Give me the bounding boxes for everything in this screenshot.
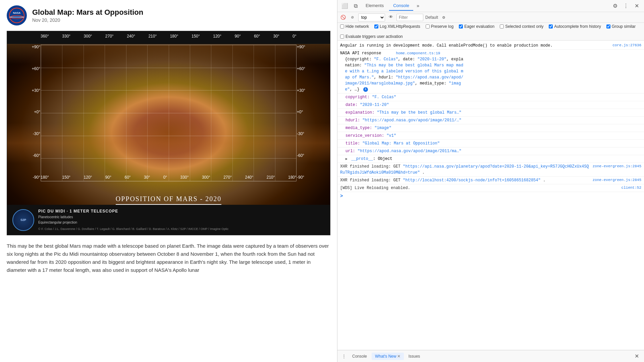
console-xhr-2: XHR finished loading: GET "http://localh… [337, 177, 644, 184]
eager-eval-input[interactable] [459, 24, 463, 28]
projection-type: Equirectangular projection [38, 220, 228, 225]
bottom-tab-whats-new[interactable]: What's New ✕ [372, 353, 404, 360]
article-title: Global Map: Mars at Opposition [32, 8, 143, 17]
responsive-design-btn[interactable]: ⧉ [351, 1, 360, 11]
angular-source-link[interactable]: core.js:27636 [612, 43, 641, 48]
tab-elements[interactable]: Elements [362, 1, 388, 11]
bottom-tab-issues[interactable]: Issues [405, 353, 424, 360]
log-xmlhttp-checkbox[interactable]: Log XMLHttpRequests [374, 24, 420, 29]
console-filter-input[interactable] [396, 14, 423, 21]
devtools-panel: ⬜ ⧉ Elements Console » ⚙ ⋮ ✕ 🚫 ⊘ top 👁 D… [337, 0, 644, 362]
pause-btn[interactable]: ⊘ [349, 14, 356, 21]
console-property-hdurl: hdurl: "https://apod.nasa.gov/apod/image… [337, 117, 644, 124]
filter-settings-btn[interactable]: ⚙ [440, 14, 447, 21]
tab-console[interactable]: Console [389, 1, 413, 11]
console-settings-row: Hide network Log XMLHttpRequests Preserv… [337, 23, 644, 41]
close-bottom-panel-btn[interactable]: ✕ [632, 352, 641, 361]
wds-source-link[interactable]: client:52 [622, 185, 641, 191]
preserve-log-checkbox[interactable]: Preserve log [426, 24, 453, 29]
projection-info: Planetocentric latitudes [38, 215, 228, 220]
console-property-proto[interactable]: ▶ __proto__: Object [337, 155, 644, 163]
log-xmlhttp-input[interactable] [374, 24, 378, 28]
console-property-media-type: media_type: "image" [337, 124, 644, 132]
close-whats-new-btn[interactable]: ✕ [397, 354, 400, 359]
selected-context-checkbox[interactable]: Selected context only [500, 24, 543, 29]
close-devtools-btn[interactable]: ✕ [632, 1, 641, 11]
hide-network-checkbox[interactable]: Hide network [340, 24, 369, 29]
article-paragraph: This may be the best global Mars map mad… [7, 242, 330, 274]
footer-text: Pic du Midi · 1 Meter Telescope Planetoc… [38, 208, 228, 232]
default-label: Default [425, 15, 438, 20]
devtools-top-toolbar: ⬜ ⧉ Elements Console » ⚙ ⋮ ✕ [337, 0, 644, 12]
console-wds: [WDS] Live Reloading enabled. client:52 [337, 184, 644, 192]
settings-btn[interactable]: ⚙ [610, 1, 620, 11]
console-property-title: title: "Global Map: Mars at Opposition" [337, 140, 644, 147]
telescope-name: Pic du Midi · 1 Meter Telescope [38, 208, 228, 215]
autocomplete-checkbox[interactable]: Autocomplete from history [549, 24, 601, 29]
console-nasa-api-collapsed: NASA API response home.component.ts:19 {… [337, 50, 644, 94]
axis-bottom-labels: 180° 150° 120° 90° 60° 30° 0° 330° 300° … [41, 175, 297, 180]
group-similar-input[interactable] [606, 24, 610, 28]
map-footer: S2P Pic du Midi · 1 Meter Telescope Plan… [7, 205, 330, 235]
nasa-source-link[interactable]: home.component.ts:19 [396, 51, 440, 55]
evaluate-triggers-checkbox[interactable]: Evaluate triggers user activation [340, 34, 403, 39]
console-property-date: date: "2020-11-20" [337, 101, 644, 109]
console-property-copyright: copyright: "F. Colas" [337, 94, 644, 101]
map-title: Opposition of Mars - 2020 [116, 195, 222, 205]
article-title-block: Global Map: Mars at Opposition Nov 20, 2… [32, 8, 143, 23]
clear-console-btn[interactable]: 🚫 [339, 14, 347, 21]
autocomplete-input[interactable] [549, 24, 553, 28]
xhr1-source-link[interactable]: zone-evergreen.js:2845 [593, 164, 641, 169]
context-selector[interactable]: top [358, 13, 385, 21]
eager-eval-checkbox[interactable]: Eager evaluation [459, 24, 494, 29]
prompt-arrow: > [340, 193, 343, 199]
console-output[interactable]: Angular is running in development mode. … [337, 41, 644, 350]
console-xhr-1: XHR finished loading: GET "https://api.n… [337, 163, 644, 177]
nasa-logo: NASA [7, 5, 27, 25]
xhr2-source-link[interactable]: zone-evergreen.js:2845 [593, 177, 641, 183]
mars-grid [41, 45, 297, 181]
devtools-bottom-bar: ⋮ Console What's New ✕ Issues ✕ [337, 350, 644, 362]
console-property-service-version: service_version: "v1" [337, 132, 644, 140]
whats-new-label: What's New [375, 354, 396, 359]
inspect-element-btn[interactable]: ⬜ [340, 1, 350, 11]
map-title-area: Opposition of Mars - 2020 [7, 195, 330, 205]
axis-top-labels: 360° 330° 300° 270° 240° 210° 180° 150° … [41, 34, 297, 39]
group-similar-checkbox[interactable]: Group similar [606, 24, 636, 29]
visibility-btn[interactable]: 👁 [387, 14, 394, 21]
more-options-btn[interactable]: ⋮ [621, 1, 631, 11]
axis-right-labels: +90° +60° +30° +0° -30° -60° -90° [297, 45, 329, 180]
console-property-url: url: "https://apod.nasa.gov/apod/image/2… [337, 147, 644, 155]
axis-left-labels: +90° +60° +30° +0° -30° -60° -90° [8, 45, 40, 180]
evaluate-triggers-input[interactable] [340, 35, 344, 39]
article-body: This may be the best global Mars map mad… [0, 235, 337, 281]
console-toolbar: 🚫 ⊘ top 👁 Default ⚙ [337, 12, 644, 23]
selected-context-input[interactable] [500, 24, 504, 28]
svg-text:NASA: NASA [13, 11, 21, 14]
bottom-more-icon[interactable]: ⋮ [340, 353, 347, 360]
console-property-explanation: explanation: "This may be the best globa… [337, 109, 644, 117]
preserve-log-input[interactable] [426, 24, 430, 28]
credits-text: © F. Colas / J.L. Dauverone / G. Dovilla… [38, 227, 228, 231]
main-content-panel: NASA Global Map: Mars at Opposition Nov … [0, 0, 337, 362]
devtools-more-tabs[interactable]: » [415, 2, 421, 10]
article-header: NASA Global Map: Mars at Opposition Nov … [0, 0, 337, 31]
console-prompt[interactable]: > [337, 192, 644, 200]
bottom-tab-console[interactable]: Console [349, 353, 370, 360]
hide-network-input[interactable] [340, 24, 344, 28]
mars-image: 360° 330° 300° 270° 240° 210° 180° 150° … [7, 31, 330, 235]
article-date: Nov 20, 2020 [32, 17, 143, 23]
console-angular-warning: Angular is running in development mode. … [337, 42, 644, 50]
s2p-logo: S2P [12, 209, 34, 231]
